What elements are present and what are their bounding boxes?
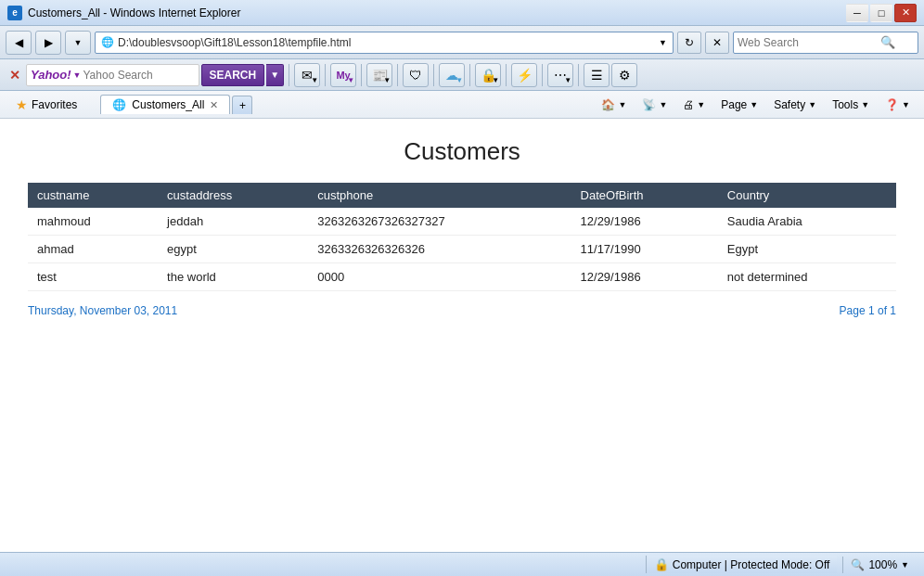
web-search-input[interactable] — [738, 36, 877, 49]
page-label: Page — [721, 98, 747, 111]
security-button[interactable]: 🔒▼ — [475, 63, 501, 87]
title-bar: e Customers_All - Windows Internet Explo… — [0, 0, 924, 26]
print-button[interactable]: 🖨▼ — [676, 96, 712, 114]
zoom-dropdown-icon[interactable]: ▼ — [901, 560, 909, 570]
footer-page: Page 1 of 1 — [840, 304, 896, 317]
separator-3 — [361, 64, 362, 86]
url-bar[interactable]: 🌐 D:\doublesvsoop\Gift18\Lesson18\tempfi… — [95, 32, 674, 54]
favorites-star-icon: ★ — [16, 97, 28, 112]
toolbar-close-button[interactable]: ✕ — [6, 68, 24, 83]
zoom-icon: 🔍 — [851, 558, 865, 571]
table-cell: 3263326326326326 — [308, 236, 571, 263]
status-bar: 🔒 Computer | Protected Mode: Off 🔍 100% … — [0, 552, 924, 576]
popup-blocker-button[interactable]: 🛡 — [403, 63, 429, 87]
table-cell: Egypt — [718, 236, 896, 263]
address-bar: ◀ ▶ ▼ 🌐 D:\doublesvsoop\Gift18\Lesson18\… — [0, 26, 924, 59]
table-row: mahmoudjeddah326326326732632732712/29/19… — [28, 208, 896, 236]
maximize-button[interactable]: □ — [870, 4, 892, 22]
yahoo-search-area[interactable]: Yahoo! ▼ — [26, 64, 199, 86]
tab-ie-icon: 🌐 — [112, 98, 126, 111]
customers-table: custname custaddress custphone DateOfBir… — [28, 183, 896, 291]
yahoo-search-button[interactable]: SEARCH — [201, 64, 265, 86]
separator-2 — [325, 64, 326, 86]
tab-customers-all[interactable]: 🌐 Customers_All ✕ — [100, 95, 230, 114]
right-toolbar: 🏠▼ 📡▼ 🖨▼ Page ▼ Safety ▼ Tools ▼ ❓▼ — [595, 96, 917, 114]
tools-label: Tools — [832, 98, 858, 111]
cloud-button[interactable]: ☁▼ — [439, 63, 465, 87]
col-header-dateofbirth: DateOfBirth — [571, 183, 718, 208]
table-cell: 12/29/1986 — [571, 208, 718, 236]
forward-button[interactable]: ▶ — [35, 31, 61, 55]
web-search-icon[interactable]: 🔍 — [880, 35, 895, 49]
table-cell: 12/29/1986 — [571, 263, 718, 291]
page-button[interactable]: Page ▼ — [714, 96, 764, 114]
table-row: testthe world000012/29/1986not determine… — [28, 263, 896, 291]
stop-button[interactable]: ✕ — [705, 32, 729, 54]
more-button[interactable]: ⋯▼ — [547, 63, 573, 87]
table-cell: Saudia Arabia — [718, 208, 896, 236]
yahoo-search-input[interactable] — [83, 69, 195, 82]
col-header-custphone: custphone — [308, 183, 571, 208]
favorites-label: Favorites — [32, 98, 77, 111]
separator-5 — [433, 64, 434, 86]
col-header-custname: custname — [28, 183, 158, 208]
separator-6 — [469, 64, 470, 86]
table-cell: the world — [158, 263, 308, 291]
my-yahoo-button[interactable]: My▼ — [330, 63, 356, 87]
yahoo-toolbar: ✕ Yahoo! ▼ SEARCH ▼ ✉▼ My▼ 📰▼ 🛡 ☁▼ 🔒▼ ⚡ … — [0, 59, 924, 91]
tab-bar: 🌐 Customers_All ✕ + — [100, 95, 252, 114]
yahoo-dropdown-icon[interactable]: ▼ — [73, 70, 82, 80]
tab-close-icon[interactable]: ✕ — [210, 99, 218, 111]
zoom-level: 100% — [868, 558, 897, 571]
page-title: Customers — [28, 137, 896, 166]
separator-7 — [506, 64, 507, 86]
news-button[interactable]: 📰▼ — [366, 63, 392, 87]
col-header-country: Country — [718, 183, 896, 208]
footer-date: Thursday, November 03, 2011 — [28, 304, 177, 317]
status-protected-mode: 🔒 Computer | Protected Mode: Off — [646, 556, 838, 573]
recent-pages-button[interactable]: ▼ — [65, 31, 91, 55]
status-zone-text: Computer | Protected Mode: Off — [673, 558, 830, 571]
table-cell: test — [28, 263, 158, 291]
page-dropdown-icon[interactable]: ▼ — [750, 100, 758, 109]
favorites-button[interactable]: ★ Favorites — [7, 95, 85, 115]
tools-button[interactable]: Tools ▼ — [826, 96, 876, 114]
table-cell: 11/17/1990 — [571, 236, 718, 263]
url-dropdown-icon[interactable]: ▼ — [659, 38, 667, 47]
window-controls: ─ □ ✕ — [846, 4, 917, 22]
window-title: Customers_All - Windows Internet Explore… — [28, 6, 846, 19]
separator-8 — [542, 64, 543, 86]
table-cell: 3263263267326327327 — [308, 208, 571, 236]
minimize-button[interactable]: ─ — [846, 4, 868, 22]
safety-button[interactable]: Safety ▼ — [767, 96, 823, 114]
help-button[interactable]: ❓▼ — [879, 96, 917, 114]
safety-label: Safety — [774, 98, 805, 111]
web-search-bar[interactable]: 🔍 — [733, 32, 918, 54]
separator-1 — [289, 64, 289, 86]
table-cell: ahmad — [28, 236, 158, 263]
toolbar-settings-button[interactable]: ⚙ — [611, 63, 637, 87]
col-header-custaddress: custaddress — [158, 183, 308, 208]
back-button[interactable]: ◀ — [6, 31, 32, 55]
table-cell: not determined — [718, 263, 896, 291]
tools-dropdown-icon[interactable]: ▼ — [861, 100, 869, 109]
safety-dropdown-icon[interactable]: ▼ — [808, 100, 816, 109]
close-button[interactable]: ✕ — [894, 4, 917, 22]
table-header-row: custname custaddress custphone DateOfBir… — [28, 183, 896, 208]
yahoo-search-dropdown[interactable]: ▼ — [266, 64, 284, 86]
table-row: ahmadegypt326332632632632611/17/1990Egyp… — [28, 236, 896, 263]
toolbar-menu-button[interactable]: ☰ — [584, 63, 610, 87]
refresh-button[interactable]: ↻ — [677, 32, 701, 54]
mail-button[interactable]: ✉▼ — [294, 63, 320, 87]
lock-icon: 🔒 — [654, 557, 669, 571]
separator-4 — [397, 64, 398, 86]
home-button[interactable]: 🏠▼ — [595, 96, 633, 114]
url-page-icon: 🌐 — [101, 36, 114, 48]
rss-button[interactable]: 📡▼ — [635, 96, 674, 114]
footer-row: Thursday, November 03, 2011 Page 1 of 1 — [28, 291, 896, 317]
tab-label: Customers_All — [132, 98, 204, 111]
table-cell: 0000 — [308, 263, 571, 291]
flickr-button[interactable]: ⚡ — [511, 63, 537, 87]
new-tab-button[interactable]: + — [232, 96, 252, 114]
status-zoom[interactable]: 🔍 100% ▼ — [842, 557, 917, 573]
